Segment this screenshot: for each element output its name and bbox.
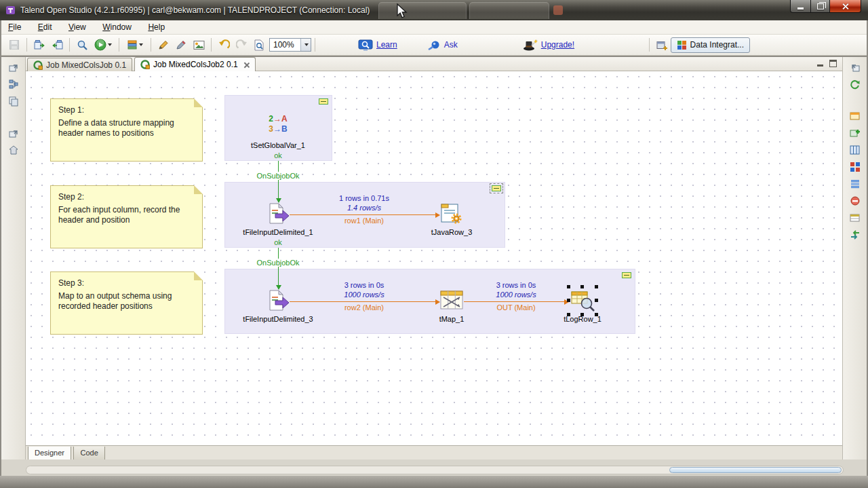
tmap-icon xyxy=(439,289,464,311)
trigger-label[interactable]: OnSubjobOk xyxy=(256,172,301,180)
selection-handle[interactable] xyxy=(595,313,598,316)
scrollbar-thumb[interactable] xyxy=(669,467,842,473)
restore-button[interactable] xyxy=(810,0,830,13)
menu-edit[interactable]: Edit xyxy=(31,20,59,34)
connection-label[interactable]: row1 (Main) xyxy=(344,217,384,225)
row2-connection[interactable] xyxy=(290,301,439,302)
selection-handle[interactable] xyxy=(595,285,598,288)
component-tmap-1[interactable] xyxy=(439,289,464,314)
window-controls xyxy=(790,0,861,13)
upgrade-link-group[interactable]: Upgrade! xyxy=(523,39,574,51)
palette-family-icon[interactable] xyxy=(848,109,862,123)
component-tfileinputdelimited-3[interactable] xyxy=(267,289,290,315)
sticky-note-step2[interactable]: Step 2: For each input column, record th… xyxy=(50,185,203,248)
tlogrow-icon xyxy=(569,287,596,314)
zoom-level-select[interactable]: 100% xyxy=(269,38,311,52)
menu-help[interactable]: Help xyxy=(141,20,172,34)
wizard-dropdown-button[interactable] xyxy=(123,37,146,53)
component-label[interactable]: tFileInputDelimited_3 xyxy=(243,315,313,323)
edit-properties-button[interactable] xyxy=(155,37,172,53)
component-label[interactable]: tMap_1 xyxy=(439,315,465,323)
upgrade-link[interactable]: Upgrade! xyxy=(541,40,574,50)
menu-view[interactable]: View xyxy=(62,20,93,34)
run-dropdown-caret-icon[interactable] xyxy=(108,43,112,46)
component-label[interactable]: tFileInputDelimited_1 xyxy=(243,228,313,236)
palette-family-icon[interactable] xyxy=(848,143,862,157)
ask-link[interactable]: Ask xyxy=(444,40,458,50)
connection-label[interactable]: OUT (Main) xyxy=(496,303,535,312)
forward-button[interactable] xyxy=(233,37,250,53)
import-items-button[interactable] xyxy=(49,37,65,53)
collapse-subjob-icon[interactable] xyxy=(622,272,631,278)
minimize-view-icon[interactable] xyxy=(816,60,824,67)
learn-link[interactable]: Learn xyxy=(376,40,397,50)
tab-job-mixedcolsjob2-01[interactable]: Job MixedColsJob2 0.1 xyxy=(134,57,256,71)
sync-icon[interactable] xyxy=(848,77,862,91)
component-label[interactable]: tJavaRow_3 xyxy=(431,228,473,236)
tab-code[interactable]: Code xyxy=(73,447,104,460)
maximize-view-icon[interactable] xyxy=(829,60,837,67)
selection-handle[interactable] xyxy=(567,285,570,288)
palette-family-icon[interactable] xyxy=(848,160,862,174)
restore-panel-icon[interactable] xyxy=(7,126,20,140)
title-bar[interactable]: Talend Open Studio (4.2.1.r60995) | carl… xyxy=(0,0,868,20)
find-button[interactable] xyxy=(74,37,90,53)
export-items-button[interactable] xyxy=(31,37,47,53)
save-button[interactable] xyxy=(6,37,22,53)
tab-designer[interactable]: Designer xyxy=(28,447,71,460)
selection-handle[interactable] xyxy=(567,299,570,302)
zoom-caret-icon[interactable] xyxy=(300,39,311,51)
wizard-dropdown-caret-icon[interactable] xyxy=(139,43,143,46)
component-tjavarow-3[interactable] xyxy=(439,201,464,228)
palette-family-icon[interactable] xyxy=(848,177,862,191)
outline-icon[interactable] xyxy=(7,94,20,108)
background-window-icon xyxy=(553,5,563,15)
tab-job-mixedcolsjob-01[interactable]: Job MixedColsJob 0.1 xyxy=(27,58,132,71)
job-design-canvas[interactable]: Step 1: Define a data structure mapping … xyxy=(26,71,842,445)
collapse-subjob-icon[interactable] xyxy=(319,98,328,105)
restore-panel-icon[interactable] xyxy=(848,60,862,74)
row1-connection[interactable] xyxy=(290,214,439,215)
onsubjobok-connection-1[interactable] xyxy=(278,161,279,202)
perspective-data-integration-button[interactable]: Data Integrat... xyxy=(671,37,750,53)
selection-handle[interactable] xyxy=(567,313,570,316)
selection-handle[interactable] xyxy=(580,313,584,316)
sticky-note-step1[interactable]: Step 1: Define a data structure mapping … xyxy=(50,98,203,162)
ask-link-group[interactable]: Ask xyxy=(427,39,458,51)
open-perspective-button[interactable] xyxy=(654,37,670,53)
minimize-button[interactable] xyxy=(790,0,810,13)
component-tlogrow-1-selected[interactable] xyxy=(568,286,597,315)
repository-icon[interactable] xyxy=(7,77,20,91)
sticky-note-step3[interactable]: Step 3: Map to an output schema using re… xyxy=(50,271,203,335)
palette-family-icon[interactable] xyxy=(848,211,862,225)
palette-panel-icon[interactable] xyxy=(7,143,20,157)
selection-handle[interactable] xyxy=(580,285,584,288)
perspective-label: Data Integrat... xyxy=(690,40,744,50)
out-connection[interactable] xyxy=(464,301,568,302)
back-button[interactable] xyxy=(216,37,232,53)
palette-family-icon[interactable] xyxy=(848,126,862,140)
onsubjobok-connection-2[interactable] xyxy=(278,248,279,289)
menu-window[interactable]: Window xyxy=(96,20,138,34)
learn-link-group[interactable]: Learn xyxy=(358,39,397,51)
trigger-label[interactable]: OnSubjobOk xyxy=(256,259,301,267)
edit-schema-button[interactable] xyxy=(173,37,189,53)
component-label[interactable]: tSetGlobalVar_1 xyxy=(251,141,305,149)
palette-family-icon[interactable] xyxy=(848,194,862,208)
run-job-button[interactable] xyxy=(92,37,115,53)
export-image-button[interactable] xyxy=(191,37,207,53)
menu-file[interactable]: File xyxy=(1,20,28,34)
palette-family-icon[interactable] xyxy=(848,228,862,242)
note-body: For each input column, record the header… xyxy=(58,205,195,225)
connection-label[interactable]: row2 (Main) xyxy=(344,303,384,312)
component-tfileinputdelimited-1[interactable] xyxy=(267,202,290,228)
close-button[interactable] xyxy=(830,0,861,13)
zoom-page-button[interactable] xyxy=(251,37,267,53)
horizontal-scrollbar[interactable] xyxy=(26,466,844,474)
collapse-subjob-icon[interactable] xyxy=(492,185,501,191)
tjavarow-icon xyxy=(439,201,464,225)
restore-panel-icon[interactable] xyxy=(7,60,20,74)
close-tab-icon[interactable] xyxy=(243,62,250,68)
component-tsetglobalvar-1[interactable]: 2A 3B xyxy=(267,114,289,136)
selection-handle[interactable] xyxy=(595,299,598,302)
